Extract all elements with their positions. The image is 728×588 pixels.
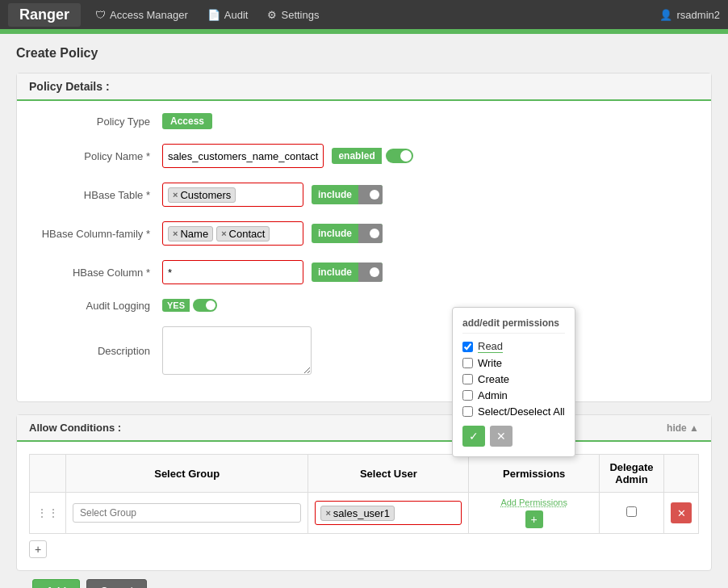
hbase-column-family-label: HBase Column-family * <box>33 228 162 240</box>
brand-logo: Ranger <box>8 3 81 27</box>
policy-type-badge: Access <box>162 113 212 129</box>
action-col-header <box>664 455 699 493</box>
delete-cell: ✕ <box>664 493 699 534</box>
allow-conditions-title: Allow Conditions : <box>29 422 121 434</box>
permission-select-all-checkbox[interactable] <box>462 406 473 417</box>
popup-cancel-button[interactable]: ✕ <box>490 426 513 447</box>
page-title: Create Policy <box>16 46 712 61</box>
policy-name-input[interactable]: sales_customers_name_contact <box>162 144 324 168</box>
hbase-column-label: HBase Column * <box>33 267 162 279</box>
audit-logging-toggle[interactable]: YES <box>162 299 217 312</box>
select-user-tag: × sales_user1 <box>320 506 395 521</box>
select-group-input[interactable] <box>73 503 301 523</box>
delegate-admin-header: Delegate Admin <box>600 455 664 493</box>
hbase-column-include-toggle[interactable]: include <box>312 262 383 282</box>
nav-audit[interactable]: 📄 Audit <box>198 4 258 26</box>
hbase-column-include-switch[interactable] <box>358 262 383 282</box>
permission-create-label[interactable]: Create <box>478 373 509 385</box>
conditions-table: Select Group Select User Permissions Del… <box>29 454 699 534</box>
contact-tag-close[interactable]: × <box>221 229 226 238</box>
permission-create-row: Create <box>462 373 565 385</box>
permission-read-row: Read <box>462 340 565 353</box>
permission-read-checkbox[interactable] <box>462 342 473 352</box>
allow-conditions-section: Allow Conditions : hide ▲ Select Group S… <box>16 414 712 571</box>
permissions-cell: Add Permissions + <box>469 493 600 534</box>
policy-details-header: Policy Details : <box>17 74 711 101</box>
permission-write-checkbox[interactable] <box>462 358 473 368</box>
cancel-button[interactable]: Cancel <box>86 579 146 588</box>
add-permissions-button[interactable]: + <box>525 510 543 528</box>
hbase-table-input[interactable]: × Customers <box>162 183 303 207</box>
add-button[interactable]: Add <box>32 579 80 588</box>
hbase-column-family-tag-contact: × Contact <box>216 226 270 242</box>
hbase-column-family-include-switch[interactable] <box>358 224 383 243</box>
permission-select-all-label[interactable]: Select/Deselect All <box>478 405 565 418</box>
policy-enabled-toggle[interactable]: enabled <box>332 148 412 164</box>
nav-access-manager[interactable]: 🛡 Access Manager <box>86 4 198 26</box>
hbase-column-row: HBase Column * * include <box>33 260 695 284</box>
delegate-admin-cell <box>600 493 664 534</box>
sales-user-tag-close[interactable]: × <box>325 508 330 518</box>
permissions-header: Permissions <box>469 455 600 493</box>
permission-admin-row: Admin <box>462 389 565 401</box>
footer-buttons: Add Cancel <box>16 571 712 588</box>
policy-name-label: Policy Name * <box>33 150 162 162</box>
popup-actions: ✓ ✕ <box>462 426 565 447</box>
select-user-header: Select User <box>308 455 469 493</box>
hbase-column-family-row: HBase Column-family * × Name × Contact <box>33 221 695 246</box>
policy-name-row: Policy Name * sales_customers_name_conta… <box>33 144 695 168</box>
hbase-column-family-include-label: include <box>312 228 358 239</box>
nav-settings[interactable]: ⚙ Settings <box>257 4 328 26</box>
permission-admin-checkbox[interactable] <box>462 390 473 401</box>
drag-handle-icon[interactable]: ⋮⋮ <box>36 506 59 519</box>
description-row: Description <box>33 326 695 375</box>
permissions-popup: add/edit permissions Read Write Create A… <box>452 307 575 457</box>
audit-logging-row: Audit Logging YES <box>33 299 695 312</box>
permission-admin-label[interactable]: Admin <box>478 389 508 401</box>
add-row-button[interactable]: + <box>29 540 47 558</box>
audit-icon: 📄 <box>207 9 220 21</box>
permission-write-row: Write <box>462 357 565 369</box>
hbase-column-include-label: include <box>312 267 358 278</box>
select-group-header: Select Group <box>66 455 308 493</box>
hbase-table-include-switch[interactable] <box>358 185 383 204</box>
delegate-admin-checkbox[interactable] <box>626 506 637 517</box>
select-user-input[interactable]: × sales_user1 <box>315 501 462 525</box>
policy-type-row: Policy Type Access <box>33 113 695 129</box>
description-textarea[interactable] <box>162 326 312 375</box>
hbase-table-tag-close[interactable]: × <box>173 190 178 200</box>
select-group-cell <box>66 493 308 534</box>
hbase-column-family-tag-name: × Name <box>168 226 213 242</box>
delete-row-button[interactable]: ✕ <box>671 502 692 523</box>
enabled-label: enabled <box>332 148 381 164</box>
permission-write-label[interactable]: Write <box>478 357 502 369</box>
hbase-table-row: HBase Table * × Customers include <box>33 183 695 207</box>
audit-switch[interactable] <box>193 299 217 312</box>
user-icon: 👤 <box>659 9 672 21</box>
enabled-switch[interactable] <box>386 149 413 163</box>
hbase-column-family-include-toggle[interactable]: include <box>312 224 383 243</box>
permissions-popup-box: add/edit permissions Read Write Create A… <box>452 307 575 457</box>
permissions-popup-title: add/edit permissions <box>462 317 565 334</box>
yes-label: YES <box>162 299 190 312</box>
table-row: ⋮⋮ × sales_user1 <box>30 493 699 534</box>
permission-create-checkbox[interactable] <box>462 374 473 384</box>
hbase-table-include-toggle[interactable]: include <box>312 185 383 204</box>
policy-details-section: Policy Details : Policy Type Access Poli… <box>16 73 712 402</box>
name-tag-close[interactable]: × <box>173 229 178 238</box>
allow-conditions-body: Select Group Select User Permissions Del… <box>17 442 711 570</box>
drag-handle-cell: ⋮⋮ <box>30 493 66 534</box>
shield-icon: 🛡 <box>95 9 106 21</box>
popup-ok-button[interactable]: ✓ <box>462 426 485 447</box>
hide-link[interactable]: hide ▲ <box>667 422 699 434</box>
settings-icon: ⚙ <box>267 9 277 21</box>
description-label: Description <box>33 345 162 357</box>
hbase-column-input[interactable]: * <box>162 260 303 284</box>
select-user-cell: × sales_user1 <box>308 493 469 534</box>
policy-name-value: sales_customers_name_contact <box>168 150 318 162</box>
add-permissions-label[interactable]: Add Permissions <box>475 498 592 507</box>
hbase-table-include-label: include <box>312 189 358 200</box>
hbase-column-family-input[interactable]: × Name × Contact <box>162 221 303 246</box>
permission-read-label[interactable]: Read <box>478 340 503 353</box>
policy-type-label: Policy Type <box>33 116 162 128</box>
